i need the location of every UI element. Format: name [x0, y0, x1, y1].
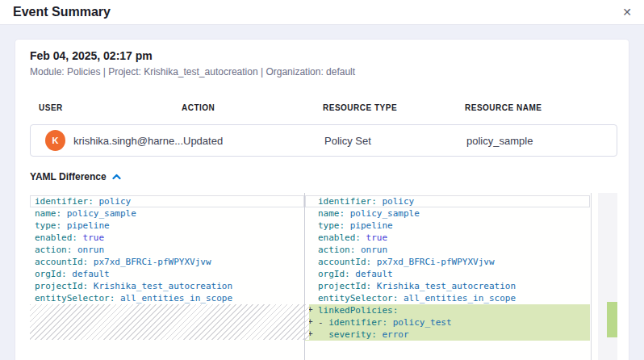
diff-placeholder-hatch [30, 304, 304, 340]
event-context: Module: Policies | Project: Krishika_tes… [30, 66, 355, 77]
diff-code: entitySelector: all_entities_in_scope [318, 292, 516, 304]
yaml-value: true [361, 232, 387, 243]
avatar: K [45, 130, 65, 151]
yaml-value: policy_test [387, 317, 451, 328]
diff-code: accountId: px7xd_BFRCi-pfWPYXVjvw [318, 256, 495, 268]
yaml-key: severity: [328, 329, 377, 340]
diff-gutter [305, 195, 318, 207]
event-summary-card: Feb 04, 2025, 02:17 pm Module: Policies … [15, 39, 629, 360]
diff-gutter [305, 244, 318, 256]
diff-gutter [305, 292, 318, 304]
diff-line-modified: identifier: policy [305, 195, 590, 207]
table-row: K krishika.singh@harne... Updated Policy… [30, 124, 617, 157]
diff-gutter [305, 220, 318, 232]
page-title: Event Summary [13, 5, 111, 19]
yaml-key: type: [35, 220, 61, 231]
yaml-value: policy [377, 196, 414, 207]
yaml-value: policy_sample [61, 208, 136, 219]
yaml-difference-toggle[interactable]: YAML Difference [30, 171, 121, 182]
yaml-key: type: [318, 220, 345, 231]
table-header-row: USER ACTION RESOURCE TYPE RESOURCE NAME [39, 103, 614, 112]
yaml-value: Krishika_test_autocreation [88, 281, 232, 291]
yaml-list-prefix [318, 329, 328, 340]
diff-line-original: action: onrun [30, 244, 304, 256]
diff-line-original: accountId: px7xd_BFRCi-pfWPYXVjvw [30, 256, 304, 268]
diff-gutter-hatch [305, 304, 309, 340]
diff-line-original: type: pipeline [30, 220, 304, 232]
diff-gutter [305, 207, 318, 220]
diff-gutter [305, 256, 318, 268]
yaml-key: name: [318, 208, 345, 219]
diff-line-modified: name: policy_sample [305, 207, 590, 220]
yaml-value: all_entities_in_scope [115, 293, 232, 303]
yaml-value: onrun [72, 245, 104, 255]
diff-code: action: onrun [318, 244, 387, 256]
diff-line-modified: projectId: Krishika_test_autocreation [305, 280, 590, 292]
yaml-key: orgId: [318, 269, 350, 279]
yaml-key: entitySelector: [35, 293, 115, 303]
diff-original-pane[interactable]: identifier: policyname: policy_sampletyp… [30, 193, 304, 360]
diff-modified-pane[interactable]: identifier: policyname: policy_sampletyp… [305, 193, 617, 360]
diff-line-original: name: policy_sample [30, 207, 304, 220]
yaml-value: onrun [355, 245, 387, 255]
diff-line-original: enabled: true [30, 232, 304, 244]
diff-line-original: projectId: Krishika_test_autocreation [30, 280, 304, 292]
yaml-key: accountId: [35, 257, 88, 267]
yaml-difference-label: YAML Difference [30, 171, 107, 182]
yaml-key: linkedPolicies: [318, 305, 398, 316]
diff-code: linkedPolicies: [318, 304, 398, 316]
diff-line-original: identifier: policy [30, 195, 304, 207]
diff-content-edge [591, 193, 592, 360]
yaml-key: orgId: [35, 269, 67, 279]
yaml-key: projectId: [35, 281, 88, 291]
diff-gutter [305, 232, 318, 244]
column-header-resource-type: RESOURCE TYPE [323, 103, 465, 112]
diff-line-added: +linkedPolicies: [305, 304, 590, 316]
overview-ruler-added-mark [607, 302, 617, 337]
diff-line-modified: type: pipeline [305, 220, 590, 232]
diff-line-modified: accountId: px7xd_BFRCi-pfWPYXVjvw [305, 256, 590, 268]
yaml-value: default [350, 269, 393, 279]
yaml-key: identifier: [35, 196, 94, 207]
yaml-key: identifier: [318, 196, 377, 207]
yaml-value: Krishika_test_autocreation [371, 281, 516, 291]
modal-header: Event Summary ✕ [0, 0, 644, 25]
yaml-value: policy [94, 196, 131, 207]
yaml-value: all_entities_in_scope [398, 293, 516, 303]
diff-line-original: orgId: default [30, 268, 304, 280]
yaml-key: enabled: [318, 232, 361, 243]
yaml-key: action: [35, 245, 72, 255]
column-header-action: ACTION [182, 103, 323, 112]
diff-line-modified: orgId: default [305, 268, 590, 280]
action-cell: Updated [183, 135, 324, 147]
yaml-key: entitySelector: [318, 293, 398, 303]
diff-code: type: pipeline [318, 220, 393, 232]
yaml-value: default [67, 269, 110, 279]
diff-code: name: policy_sample [318, 207, 420, 220]
yaml-value: px7xd_BFRCi-pfWPYXVjvw [371, 257, 494, 267]
user-cell: K krishika.singh@harne... [45, 130, 183, 151]
diff-code: projectId: Krishika_test_autocreation [318, 280, 516, 292]
diff-line-modified: enabled: true [305, 232, 590, 244]
close-icon[interactable]: ✕ [622, 5, 632, 19]
diff-line-modified: entitySelector: all_entities_in_scope [305, 292, 590, 304]
overview-ruler[interactable] [598, 193, 617, 360]
yaml-key: action: [318, 245, 355, 255]
yaml-key: projectId: [318, 281, 371, 291]
yaml-value: true [77, 232, 104, 243]
diff-code: enabled: true [318, 232, 387, 244]
yaml-list-prefix: - [318, 317, 328, 328]
diff-code: severity: error [318, 329, 409, 341]
yaml-value: pipeline [61, 220, 110, 231]
chevron-up-icon [112, 171, 121, 182]
diff-line-added: + severity: error [305, 329, 590, 341]
diff-line-modified: action: onrun [305, 244, 590, 256]
diff-line-original: entitySelector: all_entities_in_scope [30, 292, 304, 304]
yaml-key: enabled: [35, 232, 77, 243]
yaml-key: name: [35, 208, 61, 219]
yaml-value: pipeline [345, 220, 393, 231]
event-timestamp: Feb 04, 2025, 02:17 pm [30, 49, 153, 62]
diff-code: - identifier: policy_test [318, 316, 452, 329]
resource-name-cell: policy_sample [466, 135, 617, 147]
diff-code: orgId: default [318, 268, 393, 280]
